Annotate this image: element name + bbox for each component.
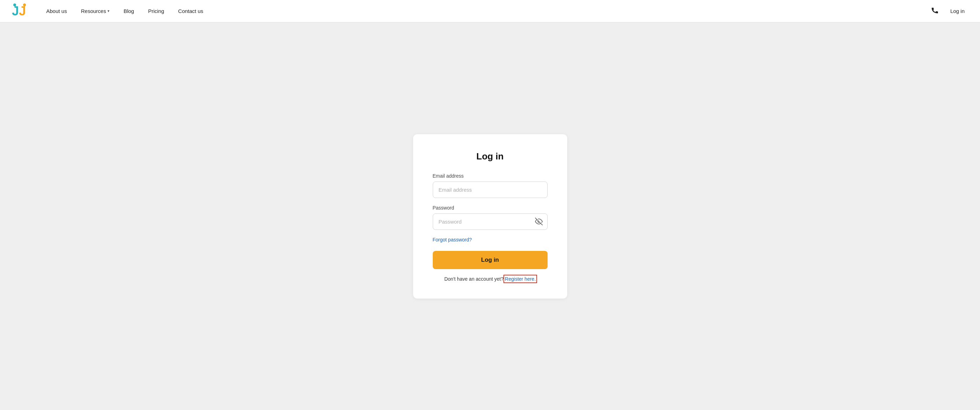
forgot-password-link[interactable]: Forgot password? bbox=[433, 237, 547, 242]
nav-contact-us[interactable]: Contact us bbox=[173, 5, 209, 17]
password-input[interactable] bbox=[433, 214, 547, 230]
register-link[interactable]: Register here. bbox=[505, 276, 536, 282]
navbar-login-button[interactable]: Log in bbox=[946, 5, 969, 17]
nav-resources[interactable]: Resources ▾ bbox=[75, 5, 115, 17]
email-input-wrapper bbox=[433, 182, 547, 198]
svg-point-3 bbox=[23, 3, 26, 6]
navbar-right: Log in bbox=[931, 5, 969, 17]
login-card-title: Log in bbox=[433, 151, 547, 162]
nav-pricing[interactable]: Pricing bbox=[143, 5, 170, 17]
login-card: Log in Email address Password bbox=[413, 134, 567, 298]
nav-about-us[interactable]: About us bbox=[41, 5, 73, 17]
svg-point-2 bbox=[13, 3, 16, 6]
phone-icon[interactable] bbox=[931, 6, 939, 16]
password-form-group: Password bbox=[433, 205, 547, 230]
main-content: Log in Email address Password bbox=[0, 22, 980, 410]
register-prompt-area: Don't have an account yet? Register here… bbox=[433, 276, 547, 282]
chevron-down-icon: ▾ bbox=[108, 9, 110, 13]
password-toggle-button[interactable] bbox=[535, 218, 543, 225]
navbar: J J About us Resources ▾ Blog Pricing Co… bbox=[0, 0, 980, 22]
email-input[interactable] bbox=[433, 182, 547, 198]
email-form-group: Email address bbox=[433, 173, 547, 198]
logo[interactable]: J J bbox=[11, 3, 29, 20]
login-submit-button[interactable]: Log in bbox=[433, 251, 547, 269]
register-prompt-text: Don't have an account yet? bbox=[444, 276, 503, 282]
nav-blog[interactable]: Blog bbox=[118, 5, 140, 17]
email-label: Email address bbox=[433, 173, 547, 179]
main-nav: About us Resources ▾ Blog Pricing Contac… bbox=[41, 5, 931, 17]
password-input-wrapper bbox=[433, 214, 547, 230]
password-label: Password bbox=[433, 205, 547, 211]
